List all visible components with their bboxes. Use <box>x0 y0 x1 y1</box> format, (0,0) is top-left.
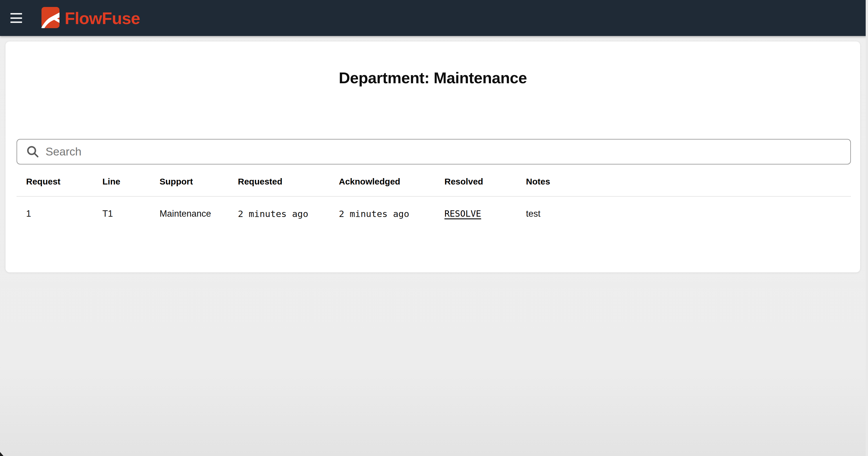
flowfuse-logo-icon <box>41 7 59 29</box>
page-title: Department: Maintenance <box>5 69 860 87</box>
search-icon <box>26 145 39 158</box>
scrollbar[interactable] <box>866 0 868 456</box>
search-input[interactable] <box>45 140 850 163</box>
column-header-line: Line <box>102 172 160 196</box>
cell-resolved: RESOLVE <box>444 196 526 236</box>
menu-hamburger-icon[interactable] <box>10 13 22 23</box>
cell-acknowledged: 2 minutes ago <box>339 196 444 236</box>
column-header-acknowledged: Acknowledged <box>339 172 444 196</box>
column-header-requested: Requested <box>238 172 339 196</box>
table-header-row: Request Line Support Requested Acknowled… <box>17 172 851 196</box>
cell-line: T1 <box>102 196 160 236</box>
top-navbar: FlowFuse <box>0 0 868 36</box>
cell-notes: test <box>526 196 851 236</box>
table-row: 1 T1 Maintenance 2 minutes ago 2 minutes… <box>17 196 851 236</box>
column-header-resolved: Resolved <box>444 172 526 196</box>
cell-support: Maintenance <box>160 196 238 236</box>
search-box <box>17 139 851 164</box>
cell-requested: 2 minutes ago <box>238 196 339 236</box>
flowfuse-logo[interactable]: FlowFuse <box>41 7 140 29</box>
column-header-support: Support <box>160 172 238 196</box>
cursor-artifact <box>0 452 3 456</box>
content-card: Department: Maintenance Request Line Sup… <box>5 41 860 272</box>
resolve-link[interactable]: RESOLVE <box>444 209 481 219</box>
column-header-notes: Notes <box>526 172 851 196</box>
column-header-request: Request <box>17 172 102 196</box>
requests-table: Request Line Support Requested Acknowled… <box>17 172 851 236</box>
cell-request: 1 <box>17 196 102 236</box>
brand-name: FlowFuse <box>65 8 140 28</box>
